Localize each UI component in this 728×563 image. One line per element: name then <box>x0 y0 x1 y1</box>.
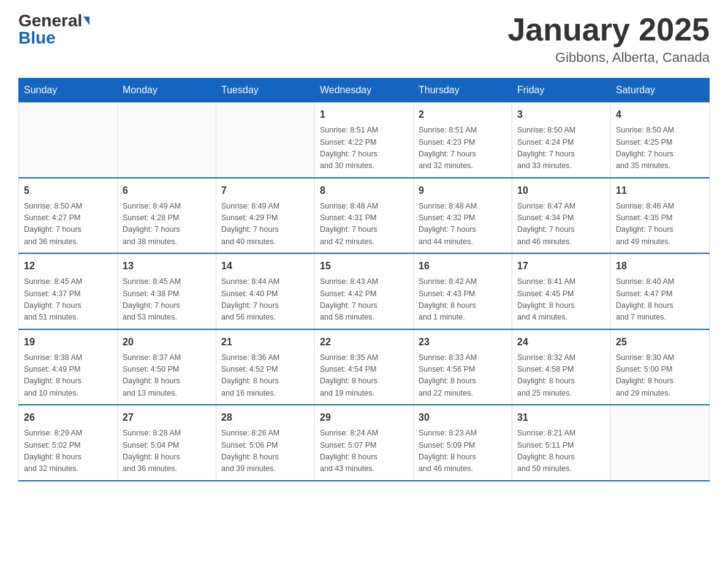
calendar-day-cell: 13Sunrise: 8:45 AM Sunset: 4:38 PM Dayli… <box>118 253 216 329</box>
day-number: 10 <box>517 183 605 198</box>
calendar-week-row: 1Sunrise: 8:51 AM Sunset: 4:22 PM Daylig… <box>19 102 710 178</box>
day-info: Sunrise: 8:40 AM Sunset: 4:47 PM Dayligh… <box>616 276 704 324</box>
day-info: Sunrise: 8:26 AM Sunset: 5:06 PM Dayligh… <box>221 427 309 475</box>
day-info: Sunrise: 8:49 AM Sunset: 4:29 PM Dayligh… <box>221 201 309 248</box>
calendar-title: January 2025 <box>507 12 710 47</box>
day-number: 23 <box>419 335 507 350</box>
calendar-day-cell: 6Sunrise: 8:49 AM Sunset: 4:28 PM Daylig… <box>118 178 216 254</box>
calendar-day-cell: 20Sunrise: 8:37 AM Sunset: 4:50 PM Dayli… <box>118 329 216 405</box>
logo-triangle-icon <box>83 17 89 25</box>
day-number: 8 <box>320 183 408 198</box>
day-number: 20 <box>123 335 211 350</box>
day-of-week-header: Wednesday <box>315 79 414 102</box>
day-info: Sunrise: 8:23 AM Sunset: 5:09 PM Dayligh… <box>419 427 507 475</box>
day-of-week-header: Saturday <box>611 79 710 102</box>
calendar-day-cell: 25Sunrise: 8:30 AM Sunset: 5:00 PM Dayli… <box>611 329 710 405</box>
calendar-day-cell: 8Sunrise: 8:48 AM Sunset: 4:31 PM Daylig… <box>315 178 414 254</box>
logo-general-text: General <box>18 12 82 29</box>
day-info: Sunrise: 8:28 AM Sunset: 5:04 PM Dayligh… <box>123 427 211 475</box>
calendar-day-cell: 27Sunrise: 8:28 AM Sunset: 5:04 PM Dayli… <box>118 405 216 481</box>
calendar-day-cell: 3Sunrise: 8:50 AM Sunset: 4:24 PM Daylig… <box>512 102 611 178</box>
day-number: 22 <box>320 335 408 350</box>
day-of-week-header: Friday <box>512 79 611 102</box>
day-info: Sunrise: 8:49 AM Sunset: 4:28 PM Dayligh… <box>123 201 211 248</box>
day-number: 3 <box>517 107 605 122</box>
day-info: Sunrise: 8:41 AM Sunset: 4:45 PM Dayligh… <box>517 276 605 324</box>
day-info: Sunrise: 8:44 AM Sunset: 4:40 PM Dayligh… <box>221 276 309 324</box>
calendar-day-cell <box>216 102 315 178</box>
day-number: 29 <box>320 410 408 425</box>
day-number: 9 <box>419 183 507 198</box>
calendar-day-cell: 14Sunrise: 8:44 AM Sunset: 4:40 PM Dayli… <box>216 253 315 329</box>
day-number: 2 <box>419 107 507 122</box>
calendar-day-cell: 26Sunrise: 8:29 AM Sunset: 5:02 PM Dayli… <box>19 405 118 481</box>
calendar-day-cell: 5Sunrise: 8:50 AM Sunset: 4:27 PM Daylig… <box>19 178 118 254</box>
day-info: Sunrise: 8:42 AM Sunset: 4:43 PM Dayligh… <box>419 276 507 324</box>
day-info: Sunrise: 8:38 AM Sunset: 4:49 PM Dayligh… <box>24 352 112 400</box>
title-section: January 2025 Gibbons, Alberta, Canada <box>507 12 710 66</box>
calendar-day-cell: 24Sunrise: 8:32 AM Sunset: 4:58 PM Dayli… <box>512 329 611 405</box>
day-number: 17 <box>517 259 605 274</box>
day-of-week-header: Thursday <box>414 79 512 102</box>
day-number: 1 <box>320 107 408 122</box>
calendar-week-row: 12Sunrise: 8:45 AM Sunset: 4:37 PM Dayli… <box>19 253 710 329</box>
calendar-day-cell: 10Sunrise: 8:47 AM Sunset: 4:34 PM Dayli… <box>512 178 611 254</box>
day-number: 30 <box>419 410 507 425</box>
calendar-day-cell: 22Sunrise: 8:35 AM Sunset: 4:54 PM Dayli… <box>315 329 414 405</box>
calendar-week-row: 19Sunrise: 8:38 AM Sunset: 4:49 PM Dayli… <box>19 329 710 405</box>
day-of-week-header: Tuesday <box>216 79 315 102</box>
day-info: Sunrise: 8:30 AM Sunset: 5:00 PM Dayligh… <box>616 352 704 400</box>
day-info: Sunrise: 8:43 AM Sunset: 4:42 PM Dayligh… <box>320 276 408 324</box>
page-header: General Blue January 2025 Gibbons, Alber… <box>18 12 710 66</box>
day-of-week-header: Sunday <box>19 79 118 102</box>
day-number: 31 <box>517 410 605 425</box>
day-of-week-header: Monday <box>118 79 216 102</box>
day-info: Sunrise: 8:36 AM Sunset: 4:52 PM Dayligh… <box>221 352 309 400</box>
day-number: 26 <box>24 410 112 425</box>
day-info: Sunrise: 8:32 AM Sunset: 4:58 PM Dayligh… <box>517 352 605 400</box>
day-info: Sunrise: 8:51 AM Sunset: 4:22 PM Dayligh… <box>320 124 408 172</box>
calendar-header-row: SundayMondayTuesdayWednesdayThursdayFrid… <box>19 79 710 102</box>
calendar-day-cell: 16Sunrise: 8:42 AM Sunset: 4:43 PM Dayli… <box>414 253 512 329</box>
day-info: Sunrise: 8:46 AM Sunset: 4:35 PM Dayligh… <box>616 201 704 248</box>
calendar-day-cell: 31Sunrise: 8:21 AM Sunset: 5:11 PM Dayli… <box>512 405 611 481</box>
day-info: Sunrise: 8:51 AM Sunset: 4:23 PM Dayligh… <box>419 124 507 172</box>
day-info: Sunrise: 8:47 AM Sunset: 4:34 PM Dayligh… <box>517 201 605 248</box>
calendar-day-cell <box>118 102 216 178</box>
day-info: Sunrise: 8:24 AM Sunset: 5:07 PM Dayligh… <box>320 427 408 475</box>
calendar-day-cell: 28Sunrise: 8:26 AM Sunset: 5:06 PM Dayli… <box>216 405 315 481</box>
day-info: Sunrise: 8:33 AM Sunset: 4:56 PM Dayligh… <box>419 352 507 400</box>
logo: General Blue <box>18 12 89 47</box>
calendar-table: SundayMondayTuesdayWednesdayThursdayFrid… <box>18 78 710 481</box>
calendar-day-cell: 2Sunrise: 8:51 AM Sunset: 4:23 PM Daylig… <box>414 102 512 178</box>
day-info: Sunrise: 8:29 AM Sunset: 5:02 PM Dayligh… <box>24 427 112 475</box>
calendar-day-cell: 9Sunrise: 8:48 AM Sunset: 4:32 PM Daylig… <box>414 178 512 254</box>
day-info: Sunrise: 8:50 AM Sunset: 4:27 PM Dayligh… <box>24 201 112 248</box>
calendar-day-cell: 17Sunrise: 8:41 AM Sunset: 4:45 PM Dayli… <box>512 253 611 329</box>
day-number: 21 <box>221 335 309 350</box>
calendar-day-cell <box>19 102 118 178</box>
day-info: Sunrise: 8:37 AM Sunset: 4:50 PM Dayligh… <box>123 352 211 400</box>
calendar-day-cell: 4Sunrise: 8:50 AM Sunset: 4:25 PM Daylig… <box>611 102 710 178</box>
location-text: Gibbons, Alberta, Canada <box>507 50 710 66</box>
logo-blue-text: Blue <box>18 29 56 47</box>
calendar-day-cell: 1Sunrise: 8:51 AM Sunset: 4:22 PM Daylig… <box>315 102 414 178</box>
day-number: 16 <box>419 259 507 274</box>
day-info: Sunrise: 8:50 AM Sunset: 4:25 PM Dayligh… <box>616 124 704 172</box>
day-number: 13 <box>123 259 211 274</box>
day-number: 25 <box>616 335 704 350</box>
day-info: Sunrise: 8:35 AM Sunset: 4:54 PM Dayligh… <box>320 352 408 400</box>
day-number: 4 <box>616 107 704 122</box>
day-info: Sunrise: 8:21 AM Sunset: 5:11 PM Dayligh… <box>517 427 605 475</box>
calendar-day-cell: 29Sunrise: 8:24 AM Sunset: 5:07 PM Dayli… <box>315 405 414 481</box>
calendar-day-cell: 19Sunrise: 8:38 AM Sunset: 4:49 PM Dayli… <box>19 329 118 405</box>
day-number: 5 <box>24 183 112 198</box>
calendar-day-cell: 12Sunrise: 8:45 AM Sunset: 4:37 PM Dayli… <box>19 253 118 329</box>
day-number: 6 <box>123 183 211 198</box>
calendar-week-row: 26Sunrise: 8:29 AM Sunset: 5:02 PM Dayli… <box>19 405 710 481</box>
day-number: 14 <box>221 259 309 274</box>
calendar-week-row: 5Sunrise: 8:50 AM Sunset: 4:27 PM Daylig… <box>19 178 710 254</box>
day-info: Sunrise: 8:50 AM Sunset: 4:24 PM Dayligh… <box>517 124 605 172</box>
day-number: 19 <box>24 335 112 350</box>
day-number: 15 <box>320 259 408 274</box>
